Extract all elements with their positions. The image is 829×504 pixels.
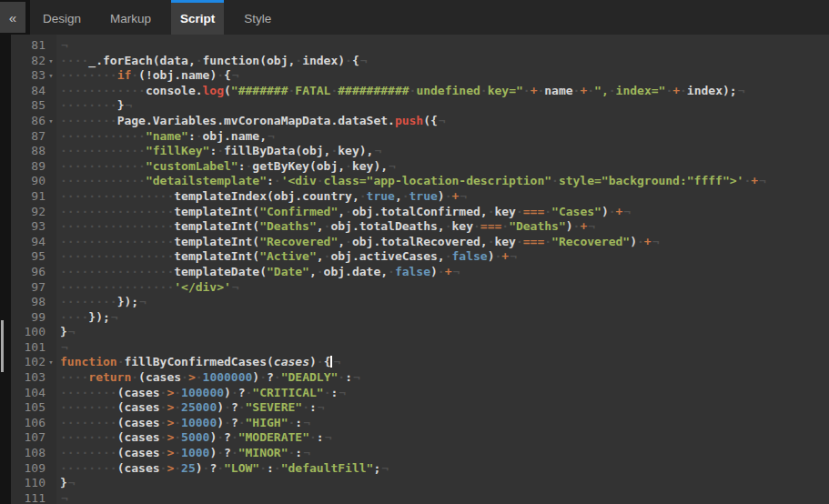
fold-spacer bbox=[45, 249, 56, 265]
code-line-text[interactable]: ················templateInt("Active",·ob… bbox=[56, 249, 829, 265]
code-line-text[interactable]: ············"customLabel":·getByKey(obj,… bbox=[56, 159, 829, 175]
code-token: { bbox=[352, 54, 359, 67]
whitespace-dots: ················ bbox=[60, 219, 174, 233]
whitespace-dot: · bbox=[231, 430, 238, 444]
tab-style[interactable]: Style bbox=[235, 0, 280, 35]
code-line-text[interactable]: ················'</div>'¬ bbox=[56, 280, 829, 296]
fold-spacer bbox=[45, 159, 56, 175]
code-token: fillByData(obj, bbox=[224, 144, 330, 157]
eol-mark: ¬ bbox=[302, 446, 310, 459]
eol-mark: ¬ bbox=[138, 295, 147, 308]
code-token: getByKey(obj, bbox=[252, 159, 345, 173]
fold-arrow-icon[interactable]: ▾ bbox=[45, 54, 56, 69]
code-line-text[interactable]: ········Page.Variables.mvCoronaMapData.d… bbox=[56, 114, 829, 129]
code-line-text[interactable]: ¬ bbox=[56, 491, 829, 504]
fold-spacer bbox=[45, 430, 56, 446]
whitespace-dot: · bbox=[345, 159, 352, 173]
code-line: 108········(cases·>·1000)·?·"MINOR"·:¬ bbox=[11, 446, 829, 461]
whitespace-dot: · bbox=[680, 84, 687, 97]
code-line-text[interactable]: ············"detailstemplate":·'<div·cla… bbox=[56, 174, 829, 189]
fold-arrow-icon[interactable]: ▾ bbox=[45, 68, 56, 84]
whitespace-dot: · bbox=[609, 205, 616, 218]
code-line-text[interactable]: ········(cases·>·10000)·?·"HIGH"·:¬ bbox=[56, 416, 829, 431]
whitespace-dot: · bbox=[174, 461, 181, 475]
whitespace-dots: ········ bbox=[60, 461, 117, 475]
code-line-text[interactable]: ····return·(cases·>·1000000)·?·"DEADLY"·… bbox=[56, 370, 829, 386]
code-token: Page.Variables.mvCoronaMapData.dataSet. bbox=[117, 114, 395, 127]
code-line-text[interactable]: ········(cases·>·25)·?·"LOW"·:·"defaultF… bbox=[56, 461, 829, 477]
tab-design[interactable]: Design bbox=[34, 0, 90, 35]
code-line-text[interactable]: ········});¬ bbox=[56, 295, 829, 310]
line-number: 102 bbox=[11, 355, 45, 370]
code-line-text[interactable]: ····});¬ bbox=[56, 310, 829, 326]
line-number: 101 bbox=[11, 340, 45, 356]
code-line: 82▾····_.forEach(data,·function(obj,·ind… bbox=[11, 54, 829, 69]
code-line-text[interactable]: ················templateInt("Confirmed",… bbox=[56, 205, 829, 220]
code-line-text[interactable]: ········(cases·>·100000)·?·"CRITICAL"·:¬ bbox=[56, 386, 829, 401]
code-line-text[interactable]: }¬ bbox=[56, 325, 829, 340]
code-token: ) bbox=[566, 219, 573, 233]
whitespace-dot: · bbox=[359, 189, 367, 203]
fold-spacer bbox=[45, 98, 56, 114]
fold-arrow-icon[interactable]: ▾ bbox=[45, 114, 56, 129]
whitespace-dot: · bbox=[231, 446, 238, 459]
code-token: "Recovered" bbox=[259, 235, 338, 248]
eol-mark: ¬ bbox=[587, 219, 595, 233]
tab-markup[interactable]: Markup bbox=[101, 0, 160, 35]
code-token: , bbox=[395, 189, 402, 203]
code-token: log bbox=[203, 84, 224, 97]
code-line-text[interactable]: ········(cases·>·5000)·?·"MODERATE"·:¬ bbox=[56, 430, 829, 446]
code-line-text[interactable]: ················templateIndex(obj.countr… bbox=[56, 189, 829, 205]
code-line-text[interactable]: ········(cases·>·1000)·?·"MINOR"·:¬ bbox=[56, 446, 829, 461]
code-token: ) bbox=[602, 205, 609, 218]
line-number: 109 bbox=[11, 461, 45, 477]
line-number: 111 bbox=[11, 491, 45, 504]
code-line: 94················templateInt("Recovered… bbox=[11, 235, 829, 250]
whitespace-dot: · bbox=[637, 235, 644, 248]
code-token: : bbox=[267, 174, 274, 187]
code-token: "Cases" bbox=[551, 205, 602, 218]
code-token: }); bbox=[88, 310, 109, 324]
whitespace-dots: ············ bbox=[60, 174, 146, 187]
code-line-text[interactable]: ¬ bbox=[56, 340, 829, 356]
editor-tab-bar: « DesignMarkupScriptStyle bbox=[0, 0, 829, 35]
code-line: 88············"fillKey":·fillByData(obj,… bbox=[11, 144, 829, 159]
code-line-text[interactable]: ················templateInt("Deaths",·ob… bbox=[56, 219, 829, 235]
tab-script[interactable]: Script bbox=[171, 0, 224, 35]
code-line-text[interactable]: ················templateInt("Recovered",… bbox=[56, 235, 829, 250]
code-line: 84············console.log("#######·FATAL… bbox=[11, 84, 829, 99]
eol-mark: ¬ bbox=[737, 84, 745, 97]
code-line: 93················templateInt("Deaths",·… bbox=[11, 219, 829, 235]
whitespace-dot: · bbox=[516, 205, 523, 218]
code-line-text[interactable]: ············console.log("#######·FATAL·#… bbox=[56, 84, 829, 99]
line-number: 91 bbox=[11, 189, 45, 205]
line-number: 108 bbox=[11, 446, 45, 461]
whitespace-dot: · bbox=[238, 416, 246, 429]
code-token: ) bbox=[630, 235, 637, 248]
code-line-text[interactable]: ········(cases·>·25000)·?·"SEVERE"·:¬ bbox=[56, 400, 829, 416]
whitespace-dot: · bbox=[317, 174, 324, 187]
code-token: "Date" bbox=[267, 265, 309, 278]
code-line-text[interactable]: ········if·(!obj.name)·{¬ bbox=[56, 68, 829, 84]
left-scrollbar-rail[interactable] bbox=[0, 35, 11, 504]
code-line-text[interactable]: ············"fillKey":·fillByData(obj,·k… bbox=[56, 144, 829, 159]
code-line-text[interactable]: ····_.forEach(data,·function(obj,·index)… bbox=[56, 54, 829, 69]
eol-mark: ¬ bbox=[622, 205, 631, 218]
collapse-panel-button[interactable]: « bbox=[0, 2, 25, 33]
code-token: { bbox=[224, 68, 231, 82]
code-line-text[interactable]: function·fillByConfirmedCases(cases)·{¬ bbox=[56, 355, 829, 370]
code-lines[interactable]: 81¬82▾····_.forEach(data,·function(obj,·… bbox=[11, 35, 829, 504]
eol-mark: ¬ bbox=[359, 54, 368, 67]
code-line: 97················'</div>'¬ bbox=[11, 280, 829, 296]
code-token: obj.totalRecovered, bbox=[352, 235, 488, 248]
fold-arrow-icon[interactable]: ▾ bbox=[45, 355, 56, 370]
scrollbar-thumb[interactable] bbox=[1, 320, 4, 372]
code-token: { bbox=[324, 355, 331, 368]
code-line: 85········}¬ bbox=[11, 98, 829, 114]
code-line-text[interactable]: ················templateDate("Date",·obj… bbox=[56, 265, 829, 280]
code-line-text[interactable]: ············"name":·obj.name,¬ bbox=[56, 129, 829, 145]
eol-mark: ¬ bbox=[758, 174, 766, 187]
code-line-text[interactable]: ········}¬ bbox=[56, 98, 829, 114]
code-line-text[interactable]: }¬ bbox=[56, 476, 829, 491]
code-line-text[interactable]: ¬ bbox=[56, 38, 829, 54]
